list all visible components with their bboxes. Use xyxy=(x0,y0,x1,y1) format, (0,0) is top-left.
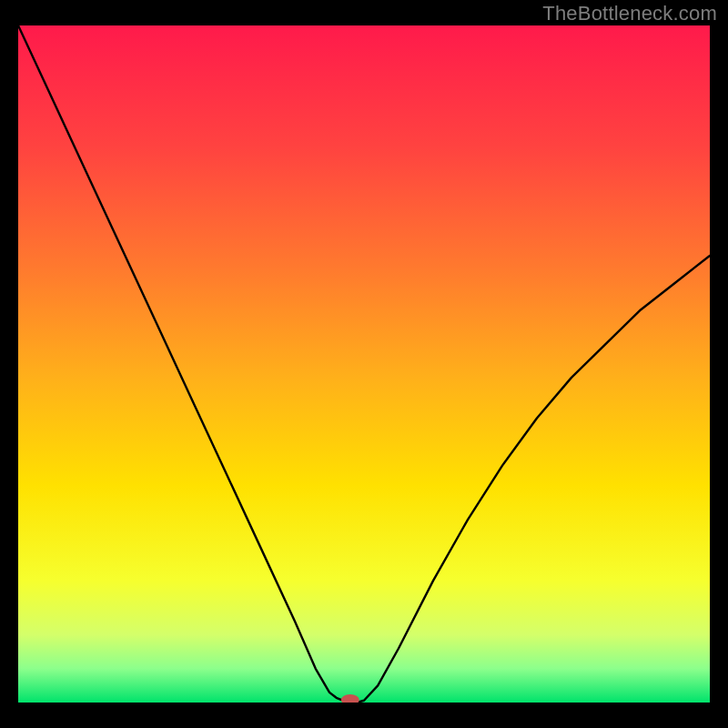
plot-area xyxy=(18,25,710,703)
chart-svg xyxy=(18,25,710,703)
watermark-text: TheBottleneck.com xyxy=(542,2,717,25)
chart-background xyxy=(18,25,710,703)
outer-frame: TheBottleneck.com xyxy=(0,0,728,728)
